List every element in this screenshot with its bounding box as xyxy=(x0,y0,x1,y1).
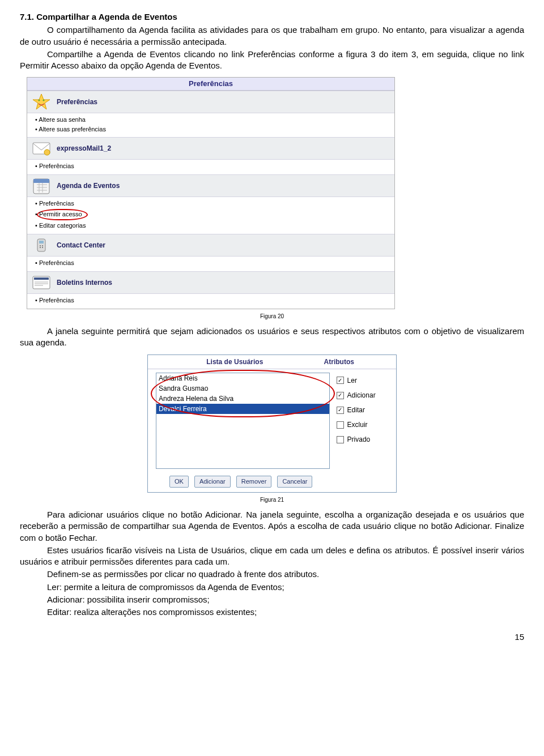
figure-20: Preferências Preferências Altere sua sen… xyxy=(20,77,524,309)
link-preferencias-agenda[interactable]: Preferências xyxy=(35,199,394,208)
link-list-expressomail: Preferências xyxy=(27,160,394,174)
preferences-titlebar: Preferências xyxy=(27,78,394,91)
user-permission-panel: Lista de Usuários Atributos Adriana Reis… xyxy=(147,354,397,493)
checkbox-excluir[interactable]: Excluir xyxy=(337,420,404,429)
svg-point-1 xyxy=(38,99,40,101)
link-preferencias-contact[interactable]: Preferências xyxy=(35,258,394,268)
svg-marker-0 xyxy=(33,94,50,109)
star-icon xyxy=(31,92,52,112)
attributes-column: ✓Ler ✓Adicionar ✓Editar Excluir Privado xyxy=(333,369,407,471)
section-title: Agenda de Eventos xyxy=(57,181,120,190)
link-list-agenda: Preferências Permitir acesso Editar cate… xyxy=(27,197,394,234)
svg-point-15 xyxy=(42,245,43,246)
checkbox-icon xyxy=(337,436,344,443)
svg-rect-19 xyxy=(34,277,49,280)
checkbox-editar[interactable]: ✓Editar xyxy=(337,405,404,415)
paragraph-1: O compartilhamento da Agenda facilita as… xyxy=(20,24,524,48)
checkbox-label: Excluir xyxy=(347,420,368,429)
adicionar-button[interactable]: Adicionar xyxy=(194,476,231,488)
checkbox-label: Privado xyxy=(347,435,371,444)
svg-rect-6 xyxy=(33,179,49,183)
paragraph-2: Compartilhe a Agenda de Eventos clicando… xyxy=(20,49,524,72)
figure-20-caption: Figura 20 xyxy=(20,313,524,321)
section-expressomail: expressoMail1_2 xyxy=(27,137,394,160)
list-item[interactable]: Sandra Gusmao xyxy=(156,383,329,394)
checkbox-privado[interactable]: Privado xyxy=(337,435,404,444)
link-altere-sua-senha[interactable]: Altere sua senha xyxy=(35,115,394,125)
checkbox-icon xyxy=(337,421,344,429)
svg-point-14 xyxy=(40,245,41,246)
paragraph-4: Para adicionar usuários clique no botão … xyxy=(20,509,524,544)
link-editar-categorias[interactable]: Editar categorias xyxy=(35,221,394,230)
paragraph-3: A janela seguinte permitirá que sejam ad… xyxy=(20,326,524,349)
link-preferencias-boletins[interactable]: Preferências xyxy=(35,296,394,305)
cancelar-button[interactable]: Cancelar xyxy=(277,476,312,488)
paragraph-6: Definem-se as permissões por clicar no q… xyxy=(20,569,524,580)
paragraph-9: Editar: realiza alterações nos compromis… xyxy=(20,606,524,618)
checkbox-icon: ✓ xyxy=(337,377,344,384)
section-title: Preferências xyxy=(57,97,97,106)
section-boletins: Boletins Internos xyxy=(27,271,394,294)
checkbox-icon: ✓ xyxy=(337,407,344,414)
section-heading: 7.1. Compartilhar a Agenda de Eventos xyxy=(20,11,524,23)
checkbox-label: Ler xyxy=(347,376,357,385)
list-item-selected[interactable]: Devalci Ferreira xyxy=(156,404,329,414)
list-item[interactable]: Andreza Helena da Silva xyxy=(156,394,329,404)
svg-point-17 xyxy=(42,247,43,248)
button-row: OK Adicionar Remover Cancelar xyxy=(148,471,396,492)
section-title: Boletins Internos xyxy=(57,278,112,287)
svg-point-4 xyxy=(44,150,50,155)
user-listbox[interactable]: Adriana Reis Sandra Gusmao Andreza Helen… xyxy=(156,373,330,469)
link-altere-suas-preferencias[interactable]: Altere suas preferências xyxy=(35,125,394,134)
figure-21: Lista de Usuários Atributos Adriana Reis… xyxy=(20,354,524,493)
section-contact-center: Contact Center xyxy=(27,234,394,257)
paragraph-5: Estes usuários ficarão visíveis na Lista… xyxy=(20,545,524,568)
link-preferencias-mail[interactable]: Preferências xyxy=(35,161,394,171)
checkbox-ler[interactable]: ✓Ler xyxy=(337,376,404,385)
highlight-circle: Permitir acesso xyxy=(37,209,88,220)
remover-button[interactable]: Remover xyxy=(236,476,272,488)
link-list-preferencias: Altere sua senha Altere suas preferência… xyxy=(27,113,394,138)
figure-21-caption: Figura 21 xyxy=(20,496,524,504)
link-list-contact: Preferências xyxy=(27,257,394,271)
ok-button[interactable]: OK xyxy=(169,476,189,488)
paragraph-8: Adicionar: possibilita inserir compromis… xyxy=(20,594,524,605)
link-permitir-acesso[interactable]: Permitir acesso xyxy=(35,208,394,221)
mail-icon xyxy=(31,139,52,158)
preferences-panel: Preferências Preferências Altere sua sen… xyxy=(27,77,395,309)
column-attrs-header: Atributos xyxy=(322,355,396,369)
svg-point-2 xyxy=(42,99,44,101)
checkbox-adicionar[interactable]: ✓Adicionar xyxy=(337,391,404,400)
section-agenda: Agenda de Eventos xyxy=(27,174,394,197)
checkbox-label: Adicionar xyxy=(347,391,376,400)
phone-icon xyxy=(31,236,52,255)
checkbox-icon: ✓ xyxy=(337,392,344,399)
column-users-header: Lista de Usuários xyxy=(148,355,322,369)
svg-point-16 xyxy=(40,247,41,248)
list-item[interactable]: Adriana Reis xyxy=(156,373,329,383)
page-number: 15 xyxy=(20,631,524,643)
calendar-icon xyxy=(31,176,52,195)
svg-rect-13 xyxy=(39,241,44,244)
paragraph-7: Ler: permite a leitura de compromissos d… xyxy=(20,582,524,593)
link-list-boletins: Preferências xyxy=(27,294,394,309)
checkbox-label: Editar xyxy=(347,405,365,415)
section-preferencias: Preferências xyxy=(27,91,394,113)
section-title: Contact Center xyxy=(57,241,105,250)
section-title: expressoMail1_2 xyxy=(57,144,111,153)
news-icon xyxy=(31,273,52,292)
